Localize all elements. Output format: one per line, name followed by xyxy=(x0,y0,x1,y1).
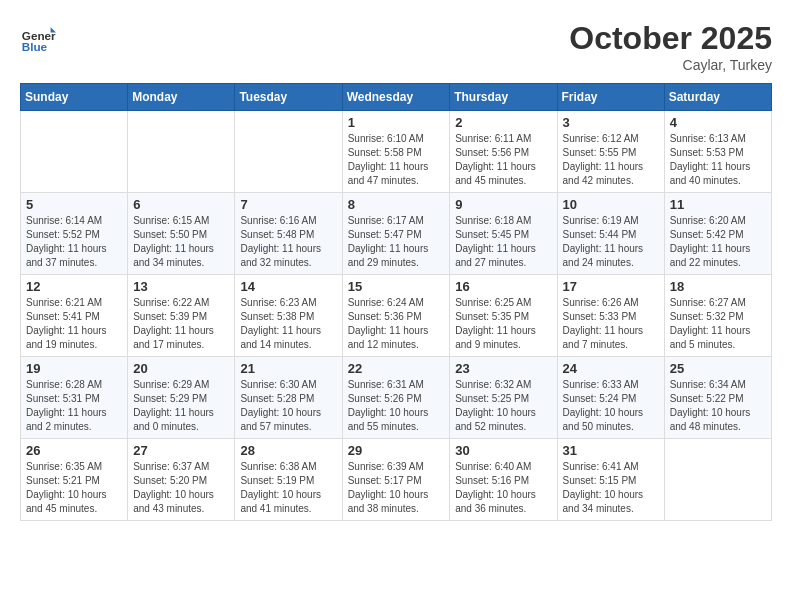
calendar-cell: 24Sunrise: 6:33 AM Sunset: 5:24 PM Dayli… xyxy=(557,357,664,439)
calendar-cell: 11Sunrise: 6:20 AM Sunset: 5:42 PM Dayli… xyxy=(664,193,771,275)
day-number: 17 xyxy=(563,279,659,294)
day-number: 23 xyxy=(455,361,551,376)
calendar-cell: 23Sunrise: 6:32 AM Sunset: 5:25 PM Dayli… xyxy=(450,357,557,439)
day-info: Sunrise: 6:30 AM Sunset: 5:28 PM Dayligh… xyxy=(240,378,336,434)
day-info: Sunrise: 6:20 AM Sunset: 5:42 PM Dayligh… xyxy=(670,214,766,270)
day-number: 31 xyxy=(563,443,659,458)
day-of-week-header: Monday xyxy=(128,84,235,111)
day-of-week-header: Thursday xyxy=(450,84,557,111)
day-number: 26 xyxy=(26,443,122,458)
day-of-week-header: Sunday xyxy=(21,84,128,111)
calendar-cell: 17Sunrise: 6:26 AM Sunset: 5:33 PM Dayli… xyxy=(557,275,664,357)
calendar-cell: 7Sunrise: 6:16 AM Sunset: 5:48 PM Daylig… xyxy=(235,193,342,275)
day-info: Sunrise: 6:37 AM Sunset: 5:20 PM Dayligh… xyxy=(133,460,229,516)
day-info: Sunrise: 6:31 AM Sunset: 5:26 PM Dayligh… xyxy=(348,378,445,434)
calendar-cell: 6Sunrise: 6:15 AM Sunset: 5:50 PM Daylig… xyxy=(128,193,235,275)
day-number: 28 xyxy=(240,443,336,458)
calendar-table: SundayMondayTuesdayWednesdayThursdayFrid… xyxy=(20,83,772,521)
day-info: Sunrise: 6:24 AM Sunset: 5:36 PM Dayligh… xyxy=(348,296,445,352)
day-number: 24 xyxy=(563,361,659,376)
calendar-cell xyxy=(664,439,771,521)
day-info: Sunrise: 6:23 AM Sunset: 5:38 PM Dayligh… xyxy=(240,296,336,352)
calendar-cell: 4Sunrise: 6:13 AM Sunset: 5:53 PM Daylig… xyxy=(664,111,771,193)
day-number: 21 xyxy=(240,361,336,376)
day-info: Sunrise: 6:12 AM Sunset: 5:55 PM Dayligh… xyxy=(563,132,659,188)
calendar-cell xyxy=(128,111,235,193)
day-info: Sunrise: 6:29 AM Sunset: 5:29 PM Dayligh… xyxy=(133,378,229,434)
day-info: Sunrise: 6:27 AM Sunset: 5:32 PM Dayligh… xyxy=(670,296,766,352)
calendar-cell: 29Sunrise: 6:39 AM Sunset: 5:17 PM Dayli… xyxy=(342,439,450,521)
day-info: Sunrise: 6:19 AM Sunset: 5:44 PM Dayligh… xyxy=(563,214,659,270)
calendar-cell: 27Sunrise: 6:37 AM Sunset: 5:20 PM Dayli… xyxy=(128,439,235,521)
logo: General Blue xyxy=(20,20,56,56)
day-info: Sunrise: 6:25 AM Sunset: 5:35 PM Dayligh… xyxy=(455,296,551,352)
calendar-header-row: SundayMondayTuesdayWednesdayThursdayFrid… xyxy=(21,84,772,111)
day-info: Sunrise: 6:16 AM Sunset: 5:48 PM Dayligh… xyxy=(240,214,336,270)
day-number: 10 xyxy=(563,197,659,212)
day-info: Sunrise: 6:39 AM Sunset: 5:17 PM Dayligh… xyxy=(348,460,445,516)
day-of-week-header: Wednesday xyxy=(342,84,450,111)
day-number: 3 xyxy=(563,115,659,130)
day-number: 16 xyxy=(455,279,551,294)
day-info: Sunrise: 6:10 AM Sunset: 5:58 PM Dayligh… xyxy=(348,132,445,188)
day-number: 4 xyxy=(670,115,766,130)
calendar-cell: 3Sunrise: 6:12 AM Sunset: 5:55 PM Daylig… xyxy=(557,111,664,193)
day-info: Sunrise: 6:34 AM Sunset: 5:22 PM Dayligh… xyxy=(670,378,766,434)
day-number: 6 xyxy=(133,197,229,212)
calendar-cell: 26Sunrise: 6:35 AM Sunset: 5:21 PM Dayli… xyxy=(21,439,128,521)
calendar-cell: 9Sunrise: 6:18 AM Sunset: 5:45 PM Daylig… xyxy=(450,193,557,275)
calendar-cell: 5Sunrise: 6:14 AM Sunset: 5:52 PM Daylig… xyxy=(21,193,128,275)
day-number: 13 xyxy=(133,279,229,294)
calendar-cell: 19Sunrise: 6:28 AM Sunset: 5:31 PM Dayli… xyxy=(21,357,128,439)
svg-text:Blue: Blue xyxy=(22,40,48,53)
day-number: 8 xyxy=(348,197,445,212)
day-info: Sunrise: 6:41 AM Sunset: 5:15 PM Dayligh… xyxy=(563,460,659,516)
day-number: 1 xyxy=(348,115,445,130)
calendar-cell: 21Sunrise: 6:30 AM Sunset: 5:28 PM Dayli… xyxy=(235,357,342,439)
day-number: 30 xyxy=(455,443,551,458)
calendar-week-row: 12Sunrise: 6:21 AM Sunset: 5:41 PM Dayli… xyxy=(21,275,772,357)
day-number: 25 xyxy=(670,361,766,376)
calendar-cell: 28Sunrise: 6:38 AM Sunset: 5:19 PM Dayli… xyxy=(235,439,342,521)
day-number: 18 xyxy=(670,279,766,294)
day-number: 22 xyxy=(348,361,445,376)
day-number: 15 xyxy=(348,279,445,294)
location-subtitle: Caylar, Turkey xyxy=(569,57,772,73)
day-of-week-header: Friday xyxy=(557,84,664,111)
calendar-cell: 30Sunrise: 6:40 AM Sunset: 5:16 PM Dayli… xyxy=(450,439,557,521)
day-info: Sunrise: 6:17 AM Sunset: 5:47 PM Dayligh… xyxy=(348,214,445,270)
day-number: 9 xyxy=(455,197,551,212)
month-title: October 2025 xyxy=(569,20,772,57)
calendar-cell: 22Sunrise: 6:31 AM Sunset: 5:26 PM Dayli… xyxy=(342,357,450,439)
calendar-cell: 10Sunrise: 6:19 AM Sunset: 5:44 PM Dayli… xyxy=(557,193,664,275)
day-number: 11 xyxy=(670,197,766,212)
day-info: Sunrise: 6:15 AM Sunset: 5:50 PM Dayligh… xyxy=(133,214,229,270)
day-of-week-header: Saturday xyxy=(664,84,771,111)
day-of-week-header: Tuesday xyxy=(235,84,342,111)
calendar-week-row: 19Sunrise: 6:28 AM Sunset: 5:31 PM Dayli… xyxy=(21,357,772,439)
logo-icon: General Blue xyxy=(20,20,56,56)
day-number: 19 xyxy=(26,361,122,376)
day-info: Sunrise: 6:33 AM Sunset: 5:24 PM Dayligh… xyxy=(563,378,659,434)
day-info: Sunrise: 6:22 AM Sunset: 5:39 PM Dayligh… xyxy=(133,296,229,352)
calendar-cell xyxy=(21,111,128,193)
day-number: 5 xyxy=(26,197,122,212)
calendar-cell: 14Sunrise: 6:23 AM Sunset: 5:38 PM Dayli… xyxy=(235,275,342,357)
day-info: Sunrise: 6:32 AM Sunset: 5:25 PM Dayligh… xyxy=(455,378,551,434)
calendar-week-row: 5Sunrise: 6:14 AM Sunset: 5:52 PM Daylig… xyxy=(21,193,772,275)
day-info: Sunrise: 6:11 AM Sunset: 5:56 PM Dayligh… xyxy=(455,132,551,188)
calendar-cell: 31Sunrise: 6:41 AM Sunset: 5:15 PM Dayli… xyxy=(557,439,664,521)
day-info: Sunrise: 6:26 AM Sunset: 5:33 PM Dayligh… xyxy=(563,296,659,352)
day-info: Sunrise: 6:18 AM Sunset: 5:45 PM Dayligh… xyxy=(455,214,551,270)
day-number: 14 xyxy=(240,279,336,294)
day-number: 2 xyxy=(455,115,551,130)
calendar-cell: 1Sunrise: 6:10 AM Sunset: 5:58 PM Daylig… xyxy=(342,111,450,193)
day-number: 27 xyxy=(133,443,229,458)
day-number: 29 xyxy=(348,443,445,458)
day-info: Sunrise: 6:40 AM Sunset: 5:16 PM Dayligh… xyxy=(455,460,551,516)
day-info: Sunrise: 6:38 AM Sunset: 5:19 PM Dayligh… xyxy=(240,460,336,516)
day-info: Sunrise: 6:14 AM Sunset: 5:52 PM Dayligh… xyxy=(26,214,122,270)
day-info: Sunrise: 6:13 AM Sunset: 5:53 PM Dayligh… xyxy=(670,132,766,188)
calendar-cell: 12Sunrise: 6:21 AM Sunset: 5:41 PM Dayli… xyxy=(21,275,128,357)
title-block: October 2025 Caylar, Turkey xyxy=(569,20,772,73)
